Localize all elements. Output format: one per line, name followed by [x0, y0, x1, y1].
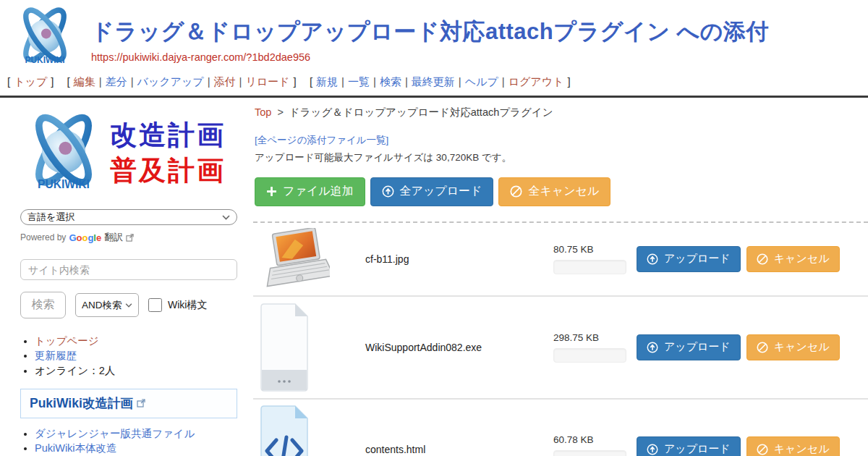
file-size-cell: 298.75 KB: [553, 332, 637, 363]
separator: |: [131, 75, 134, 88]
all-attachments-link[interactable]: [全ページの添付ファイル一覧]: [255, 134, 388, 147]
file-row: cf-b11.jpg 80.75 KB アップロード キャンセル: [253, 223, 868, 295]
plus-icon: [266, 186, 277, 197]
separator: |: [405, 75, 408, 88]
search-controls: 検索 AND検索 Wiki構文: [20, 292, 250, 318]
breadcrumb-current: ドラッグ＆ドロップアップロード対応attachプラグイン: [289, 106, 553, 118]
nav-link-reload[interactable]: リロード: [245, 75, 289, 88]
bracket: ]: [567, 75, 570, 88]
add-file-button[interactable]: ファイル追加: [255, 177, 365, 206]
upload-button[interactable]: アップロード: [637, 334, 741, 360]
list-item: 更新履歴: [35, 349, 250, 362]
translate-link[interactable]: 翻訳: [104, 231, 123, 244]
search-mode-select[interactable]: AND検索: [75, 293, 139, 317]
sidebar-section-title[interactable]: PukiWiki改造計画: [20, 389, 237, 418]
nav-link-list[interactable]: 一覧: [348, 75, 370, 88]
pukiwiki-logo-icon[interactable]: PUKIWIKI: [9, 4, 81, 71]
separator: |: [239, 75, 242, 88]
nav-link-top[interactable]: トップ: [14, 75, 47, 88]
laptop-thumbnail: [260, 228, 330, 290]
max-size-text: アップロード可能最大ファイルサイズは 30,720KB です。: [255, 151, 868, 164]
file-actions: アップロード キャンセル: [637, 334, 868, 360]
page-url-link[interactable]: https://pukiwiki.dajya-ranger.com/?1bd2d…: [91, 51, 310, 63]
nav-link-diff[interactable]: 差分: [106, 75, 127, 88]
separator: |: [208, 75, 210, 88]
language-select[interactable]: 言語を選択: [20, 209, 237, 225]
chevron-down-icon: [222, 215, 230, 220]
file-size: 60.78 KB: [553, 434, 637, 445]
nav-link-logout[interactable]: ログアウト: [509, 75, 564, 88]
file-row: contents.html 60.78 KB アップロード キャンセル: [253, 398, 868, 456]
sidebar: PUKIWIKI 改造計画 普及計画 言語を選択 Powered by Goog…: [0, 98, 250, 456]
nav-link-search[interactable]: 検索: [380, 75, 401, 88]
file-thumb-cell: [253, 303, 365, 392]
list-item: オンライン：2人: [35, 364, 250, 377]
separator: |: [502, 75, 505, 88]
cancel-label: キャンセル: [774, 442, 830, 456]
sidebar-link-common-files[interactable]: ダジャレンジャー版共通ファイル: [35, 428, 195, 439]
cancel-label: キャンセル: [774, 340, 830, 354]
cancel-all-button[interactable]: 全キャンセル: [498, 177, 610, 206]
file-actions: アップロード キャンセル: [637, 246, 868, 272]
nav-link-attach[interactable]: 添付: [214, 75, 236, 88]
file-row: WikiSupportAddin082.exe 298.75 KB アップロード…: [253, 295, 868, 398]
generic-file-icon: [260, 303, 308, 392]
page: PUKIWIKI ドラッグ＆ドロップアップロード対応attachプラグイン への…: [0, 0, 868, 456]
search-button[interactable]: 検索: [20, 292, 66, 318]
sidebar-logo[interactable]: PUKIWIKI 改造計画 普及計画: [20, 106, 244, 200]
separator: |: [99, 75, 102, 88]
bracket: [: [67, 75, 70, 88]
cancel-all-label: 全キャンセル: [528, 184, 599, 199]
ban-icon: [757, 444, 768, 455]
sidebar-link-toppage[interactable]: トップページ: [35, 335, 99, 347]
action-bar: ファイル追加 全アップロード 全キャンセル: [255, 177, 868, 206]
file-actions: アップロード キャンセル: [637, 436, 868, 456]
upload-label: アップロード: [664, 442, 731, 456]
file-name: contents.html: [365, 444, 553, 455]
google-letter: e: [96, 232, 101, 243]
cancel-button[interactable]: キャンセル: [746, 246, 840, 272]
sidebar-link-history[interactable]: 更新履歴: [35, 350, 77, 361]
nav-link-help[interactable]: ヘルプ: [465, 75, 498, 88]
site-search-input[interactable]: [20, 259, 237, 280]
nav-link-new[interactable]: 新規: [316, 75, 338, 88]
cancel-button[interactable]: キャンセル: [746, 334, 840, 360]
file-size: 298.75 KB: [553, 332, 637, 343]
sidebar-slogan: 改造計画 普及計画: [110, 121, 226, 185]
breadcrumb: Top>ドラッグ＆ドロップアップロード対応attachプラグイン: [253, 106, 868, 119]
list-item: トップページ: [35, 334, 250, 347]
slogan-line1: 改造計画: [110, 121, 226, 151]
nav-link-recent[interactable]: 最終更新: [412, 75, 455, 88]
sidebar-link-core-mod[interactable]: PukiWiki本体改造: [35, 442, 117, 454]
slogan-line2: 普及計画: [110, 156, 226, 186]
nav-link-backup[interactable]: バックアップ: [137, 75, 204, 88]
external-link-icon: [137, 399, 145, 408]
upload-all-button[interactable]: 全アップロード: [370, 177, 494, 206]
sidebar-list-main: ダジャレンジャー版共通ファイル PukiWiki本体改造 PukiWikiテキス…: [35, 427, 250, 456]
upload-circle-icon: [647, 342, 658, 353]
list-item: PukiWiki本体改造: [35, 442, 250, 455]
cancel-button[interactable]: キャンセル: [746, 436, 840, 456]
powered-prefix: Powered by: [20, 232, 66, 242]
upload-button[interactable]: アップロード: [637, 436, 741, 456]
pukiwiki-logo-text: PUKIWIKI: [38, 178, 90, 190]
breadcrumb-separator: >: [277, 106, 283, 118]
breadcrumb-root-link[interactable]: Top: [255, 106, 271, 118]
main-content: Top>ドラッグ＆ドロップアップロード対応attachプラグイン [全ページの添…: [250, 98, 868, 456]
ban-icon: [757, 253, 768, 265]
progress-bar: [553, 260, 626, 274]
online-count: オンライン：2人: [35, 365, 115, 376]
file-name: WikiSupportAddin082.exe: [365, 342, 553, 353]
pukiwiki-logo-text: PUKIWIKI: [25, 55, 64, 65]
ban-icon: [757, 342, 768, 353]
chevron-down-icon: [125, 303, 132, 308]
nav-group-site: [新規|一覧|検索|最終更新|ヘルプ|ログアウト]: [310, 75, 571, 88]
add-file-label: ファイル追加: [283, 184, 354, 199]
wiki-syntax-checkbox[interactable]: [148, 298, 162, 312]
page-title: ドラッグ＆ドロップアップロード対応attachプラグイン への添付: [91, 19, 769, 45]
cancel-label: キャンセル: [774, 252, 830, 266]
file-upload-list: cf-b11.jpg 80.75 KB アップロード キャンセル: [253, 221, 868, 456]
upload-button[interactable]: アップロード: [637, 246, 741, 272]
section-title-text: PukiWiki改造計画: [30, 394, 133, 412]
nav-link-edit[interactable]: 編集: [74, 75, 95, 88]
